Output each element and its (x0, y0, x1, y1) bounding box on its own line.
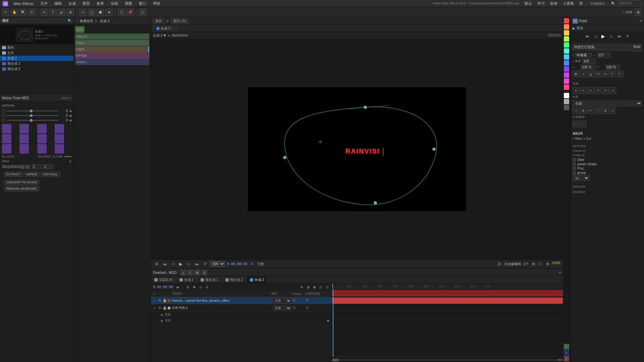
align-comp-select[interactable]: 合成 (573, 101, 642, 106)
chk-3[interactable] (573, 171, 576, 175)
preset-btn-0[interactable] (2, 124, 11, 133)
cs-3[interactable] (564, 36, 569, 42)
project-item-2[interactable]: ⬡ 合成 2 (0, 56, 73, 61)
text-tool[interactable]: T (49, 9, 57, 16)
cs-8[interactable] (564, 66, 569, 72)
pb-loop[interactable]: ↺ (624, 33, 631, 40)
rotate-tool[interactable]: ↻ (28, 9, 36, 16)
layer-mode-0[interactable]: 正常 (273, 298, 291, 303)
tst-tab-comp1[interactable]: 合成 1 (176, 277, 197, 283)
effect-item-4[interactable]: MANA... (75, 59, 149, 65)
menu-effects[interactable]: 效果 (95, 0, 105, 7)
lt-btn-2[interactable]: ◎ (198, 285, 203, 290)
sequence-input-2[interactable] (43, 164, 53, 169)
shape-poly[interactable]: ⬟ (97, 9, 104, 16)
design-label[interactable]: DESIGN (548, 34, 561, 37)
font-family-display[interactable]: 阿里巴巴普惠... (573, 44, 631, 51)
cs-6[interactable] (564, 54, 569, 60)
nav-left[interactable]: ◀ (557, 358, 560, 361)
chk-0[interactable] (573, 158, 576, 162)
layer-mode-1[interactable]: 正常 (273, 305, 291, 311)
frame-btn[interactable]: 图层 (无) (171, 18, 189, 24)
workspace-library[interactable]: 库 (578, 0, 584, 7)
merge-btn[interactable]: MERGE (24, 172, 40, 177)
preset-btn-11[interactable] (55, 144, 64, 154)
mask-tool[interactable]: ⬡ (118, 9, 125, 16)
project-item-4[interactable]: ⬡ 预合成 2 (0, 66, 73, 72)
project-item-3[interactable]: ⬡ 预合成 2 (0, 61, 73, 66)
pb-rate-select[interactable]: 1x (573, 175, 589, 181)
shape-star[interactable]: ★ (105, 9, 113, 16)
tst-tab-comp2[interactable]: 合成 2 (247, 277, 268, 283)
zoom-select[interactable]: 50% 100% 25% (210, 261, 225, 267)
pb-play[interactable]: ▶ (600, 33, 607, 40)
font-tracking-input[interactable] (597, 53, 610, 58)
motion-slider-thumb-0[interactable] (30, 110, 33, 112)
lt-btn-r0[interactable]: ⚙ (299, 285, 304, 290)
pb-forward[interactable]: ▷ (608, 33, 615, 40)
expand-overlord[interactable]: ≡ (559, 271, 561, 274)
project-search-icon[interactable]: 🔍 (68, 19, 71, 22)
motion-slider-1[interactable] (7, 115, 58, 116)
clone-tool[interactable]: ⊕ (67, 9, 74, 16)
project-item-1[interactable]: ▶ 文件 (0, 50, 73, 56)
shape-rect[interactable]: ▭ (79, 9, 87, 16)
preset-btn-2[interactable] (37, 124, 47, 133)
seq-left-1[interactable]: ◁ (20, 165, 25, 169)
dist-h[interactable]: ⋮⋮ (573, 121, 579, 127)
lt-btn-r4[interactable]: ⊡ (324, 285, 330, 290)
cs-5[interactable] (564, 48, 569, 54)
pb-skip-end[interactable]: ⏭ (616, 33, 623, 40)
motion-slider-thumb-2[interactable] (30, 119, 33, 122)
motion-slider-2[interactable] (7, 120, 58, 121)
aeux-cur-btn[interactable]: + Cur (583, 137, 591, 140)
preset-btn-7[interactable] (55, 134, 64, 143)
breadcrumb-1[interactable]: BaInVision (172, 34, 188, 37)
dist-v[interactable]: ⋯ (580, 121, 587, 127)
material-btn[interactable]: 素材 (153, 18, 164, 24)
pen-tool[interactable]: ✏ (41, 9, 48, 16)
align-last-right[interactable]: ≡ (609, 87, 616, 94)
viewer-scrollbar[interactable] (641, 0, 644, 20)
cs-0[interactable] (564, 18, 569, 23)
cs-1[interactable] (564, 24, 569, 29)
cs-10[interactable] (564, 78, 569, 84)
lt-btn-3[interactable]: ⊕ (204, 285, 210, 290)
add-null-btn[interactable]: ADD NULL (41, 172, 60, 177)
align-comp-bot[interactable]: ⊥ (609, 107, 616, 114)
play-btn[interactable]: ▶ (178, 261, 184, 267)
layer-lock-1[interactable]: 🔒 (162, 306, 167, 310)
shape-ellipse[interactable]: ◯ (88, 9, 95, 16)
camera-select[interactable]: 🎥 (496, 261, 502, 267)
skip-start[interactable]: ⏮ (162, 261, 168, 267)
playhead[interactable] (333, 290, 333, 357)
super-btn[interactable]: T⁺ (609, 71, 616, 77)
workspace-standard[interactable]: 标准 (549, 0, 559, 7)
menu-after-effects[interactable]: After Effects (12, 1, 35, 6)
motion-about-btn[interactable]: ABOUT (61, 97, 71, 100)
align-comp-center[interactable]: ⊕ (580, 107, 587, 114)
convert-shape-btn[interactable]: CONVERT TO SHAPE (4, 180, 39, 185)
grid-btn[interactable]: ⊞ (531, 261, 537, 267)
align-last-left[interactable]: ≡ (602, 87, 609, 94)
smallcaps-btn[interactable]: TT (602, 71, 609, 77)
frame-back[interactable]: ◁ (170, 261, 176, 267)
tst-tab-render[interactable]: 渲染队列 (151, 277, 176, 283)
align-comp-mid[interactable]: ⊕ (602, 107, 609, 114)
chk-1[interactable] (573, 163, 576, 166)
overlord-btn-0[interactable]: △ (180, 269, 186, 276)
align-left[interactable]: ≡ (573, 87, 579, 94)
cs-4[interactable] (564, 42, 569, 48)
comp-tab-close[interactable]: × (171, 27, 173, 30)
x-btn[interactable]: X (564, 350, 569, 355)
font-weight-display[interactable]: Bold (632, 44, 642, 52)
sequence-input-1[interactable] (32, 164, 42, 169)
motion-edit-2[interactable]: ◀ (69, 119, 71, 122)
tst-tab-precomp1[interactable]: 预合成 1 (197, 277, 222, 283)
layer-play-btn[interactable]: ▶ (175, 285, 181, 290)
workspace-learn[interactable]: 学习 (536, 0, 546, 7)
lt-btn-r1[interactable]: ◑ (305, 285, 311, 290)
comp-tab-main[interactable]: 合成 2 × (153, 25, 177, 32)
cs-9[interactable] (564, 72, 569, 78)
align-comp-right[interactable]: ⊢ (587, 107, 594, 114)
